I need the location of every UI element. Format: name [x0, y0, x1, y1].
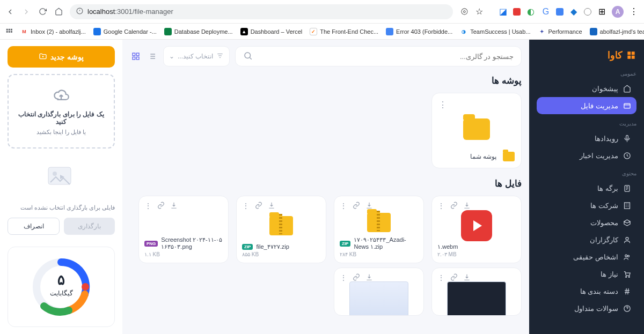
sidebar-item-products[interactable]: محصولات: [537, 214, 636, 231]
bookmark-item[interactable]: ✦Performance: [538, 28, 582, 35]
grid-view-icon[interactable]: [130, 50, 142, 62]
bookmark-item[interactable]: abolfazl-jmd's team: [590, 28, 644, 35]
translate-icon[interactable]: ⦾: [459, 7, 469, 17]
folders-title: پوشه ها: [130, 75, 522, 86]
sidebar-item-categories[interactable]: دسته بندی ها: [537, 283, 636, 300]
nav-forward-icon[interactable]: [21, 7, 31, 17]
filter-select[interactable]: انتخاب کنید... ⌄: [163, 46, 230, 66]
link-icon[interactable]: [353, 273, 360, 282]
file-card[interactable]: ⋮ PNGScreenshot ۲۰۲۴-۱۱-۰۵ ۱۶۳۵۰۳.png ۱.…: [138, 196, 229, 263]
download-icon[interactable]: [463, 273, 471, 282]
link-icon[interactable]: [157, 202, 165, 210]
toolbar: انتخاب کنید... ⌄: [130, 46, 522, 66]
download-icon[interactable]: [463, 202, 471, 210]
link-icon[interactable]: [450, 202, 458, 210]
nav-back-icon[interactable]: [5, 7, 15, 17]
svg-rect-23: [133, 57, 135, 60]
folder-plus-icon: [39, 52, 47, 62]
site-info-icon[interactable]: [76, 8, 83, 16]
ext-icon[interactable]: [513, 8, 521, 16]
sidebar-item-needs[interactable]: نیاز ها: [537, 265, 636, 283]
search-bar[interactable]: [235, 46, 522, 66]
ext-icon[interactable]: G: [541, 7, 551, 17]
nav-home-icon[interactable]: [54, 7, 63, 17]
ext-icon[interactable]: ◆: [569, 7, 579, 17]
sidebar-item-news[interactable]: مدیریت اخبار: [537, 147, 636, 164]
svg-rect-22: [136, 53, 139, 56]
download-icon[interactable]: [268, 202, 275, 210]
puzzle-icon[interactable]: ⊞: [597, 7, 606, 17]
nav-reload-icon[interactable]: [38, 7, 47, 17]
bookmarks-bar: MInbox (2) - abolfazlj... Google Calenda…: [0, 24, 644, 40]
svg-rect-5: [11, 28, 12, 30]
cart-icon: [623, 270, 631, 278]
folder-label: پوشه شما: [470, 152, 515, 161]
svg-point-18: [628, 276, 630, 277]
placeholder-icon: [45, 163, 77, 190]
ext-icon[interactable]: [584, 8, 591, 16]
url-bar[interactable]: localhost:3001/file-manager: [70, 4, 453, 19]
news-icon: [623, 151, 631, 160]
file-card[interactable]: ⋮ ۱.webm ۲.۰۳ MB: [431, 196, 522, 263]
sidebar-item-companies[interactable]: شرکت ها: [537, 197, 636, 214]
folder-card[interactable]: ⋮ پوشه شما: [431, 93, 522, 168]
search-input[interactable]: [258, 53, 514, 61]
search-icon: [243, 51, 253, 62]
profile-avatar[interactable]: A: [612, 6, 624, 18]
bookmark-item[interactable]: Google Calendar -...: [93, 28, 157, 35]
svg-rect-21: [133, 53, 135, 56]
download-icon[interactable]: [170, 202, 178, 210]
file-card[interactable]: ⋮ ZIP۱۷۰۹۰۲۵۴۳۳_Azadi-News ۱.zip ۲۸۴ KB: [334, 196, 424, 263]
list-view-icon[interactable]: [146, 50, 158, 62]
upload-button[interactable]: بارگذاری: [64, 218, 115, 235]
apps-icon[interactable]: [5, 28, 13, 35]
kebab-icon[interactable]: ⋮: [437, 273, 445, 282]
zip-icon: [269, 216, 293, 235]
sidebar-item-faq[interactable]: سوالات متداول: [537, 300, 636, 317]
preview-placeholder: [8, 155, 115, 198]
url-path: :3001/file-manager: [115, 8, 173, 16]
sidebar-item-pages[interactable]: برگه ها: [537, 180, 636, 197]
bookmark-item[interactable]: ▲Dashboard – Vercel: [240, 28, 303, 35]
link-icon[interactable]: [353, 202, 360, 210]
svg-rect-24: [136, 57, 139, 60]
box-icon: [623, 218, 631, 227]
bookmark-item[interactable]: ✓The Front-End Chec...: [310, 28, 378, 35]
link-icon[interactable]: [450, 273, 458, 282]
kebab-icon[interactable]: ⋮: [340, 202, 347, 210]
kebab-icon[interactable]: ⋮: [629, 7, 639, 17]
svg-text:گیگابایت: گیگابایت: [50, 290, 73, 297]
star-icon[interactable]: ☆: [474, 7, 484, 17]
ext-icon[interactable]: ◐: [526, 7, 536, 17]
ext-icon[interactable]: [556, 8, 564, 16]
ext-icon[interactable]: ◪: [498, 7, 508, 17]
file-card[interactable]: ⋮: [334, 268, 424, 316]
kebab-icon[interactable]: ⋮: [437, 202, 445, 210]
download-icon[interactable]: [365, 273, 373, 282]
upload-dropzone[interactable]: یک فایل را برای بارگذاری انتخاب کنید یا …: [8, 74, 115, 149]
new-folder-button[interactable]: پوشه جدید: [8, 46, 115, 68]
sidebar-item-workers[interactable]: کارگزاران: [537, 231, 636, 248]
cancel-button[interactable]: انصراف: [8, 218, 60, 235]
file-card[interactable]: ⋮ ZIPfile_۴۷۲۷.zip ۸۵۵ KB: [236, 196, 326, 263]
folder-icon: [623, 101, 631, 110]
sidebar-section-manage: مدیریت: [537, 121, 636, 127]
kebab-icon[interactable]: ⋮: [144, 202, 152, 210]
bookmark-item[interactable]: ◑TeamSuccess | Usab...: [460, 28, 530, 35]
bookmark-item[interactable]: Database Deployme...: [164, 28, 233, 35]
kebab-icon[interactable]: ⋮: [242, 202, 250, 210]
bookmark-item[interactable]: MInbox (2) - abolfazlj...: [20, 28, 86, 35]
bookmark-item[interactable]: Error 403 (Forbidde...: [386, 28, 452, 35]
svg-point-15: [625, 255, 627, 257]
kebab-icon[interactable]: ⋮: [340, 273, 347, 282]
sidebar-item-events[interactable]: رویدادها: [537, 130, 636, 147]
kebab-icon[interactable]: ⋮: [438, 100, 447, 110]
sidebar-section-content: محتوی: [537, 170, 636, 176]
sidebar-item-dashboard[interactable]: پیشخوان: [537, 80, 636, 97]
sidebar-item-filemanager[interactable]: مدیریت فایل: [537, 97, 636, 114]
sidebar-item-persons[interactable]: اشخاص حقیقی: [537, 248, 636, 265]
link-icon[interactable]: [255, 202, 262, 210]
file-card[interactable]: ⋮: [431, 268, 522, 316]
svg-rect-9: [624, 103, 630, 108]
browser-chrome: localhost:3001/file-manager ⦾ ☆ ◪ ◐ G ◆ …: [0, 0, 644, 24]
